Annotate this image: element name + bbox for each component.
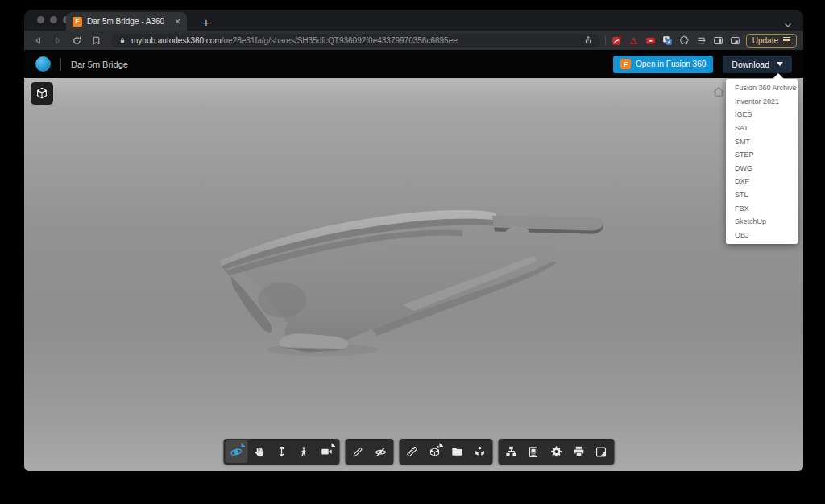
markup-pen-icon	[352, 446, 364, 458]
settings-tools-group	[498, 439, 614, 465]
walk-person-icon	[298, 446, 310, 458]
walk-button[interactable]	[292, 440, 315, 463]
extension-triangle-icon[interactable]	[628, 35, 640, 47]
home-view-button[interactable]	[711, 85, 726, 99]
explode-model-icon	[473, 445, 486, 458]
section-button[interactable]	[423, 440, 446, 463]
reload-icon[interactable]	[69, 33, 84, 48]
open-in-fusion-label: Open in Fusion 360	[636, 60, 706, 68]
zoom-arrows-icon	[275, 445, 288, 458]
tab-search-chevron-icon[interactable]	[784, 17, 792, 31]
cube-icon	[35, 86, 49, 101]
minimize-window-button[interactable]	[50, 16, 57, 23]
orbit-button[interactable]	[225, 440, 247, 463]
browser-window: F Dar 5m Bridge - A360 × +	[24, 10, 803, 471]
browser-tab[interactable]: F Dar 5m Bridge - A360 ×	[66, 12, 187, 31]
folder-button[interactable]	[446, 440, 468, 463]
fusion-favicon-icon: F	[73, 17, 82, 27]
chrome-update-menu-button[interactable]: Update	[746, 34, 797, 48]
close-window-button[interactable]	[37, 16, 44, 23]
menu-item-obj[interactable]: OBJ	[726, 229, 798, 242]
inspect-tools-group	[399, 439, 492, 465]
menu-item-iges[interactable]: IGES	[726, 108, 798, 122]
camera-icon	[320, 445, 333, 458]
folder-icon	[450, 445, 463, 458]
markup-button[interactable]	[346, 440, 369, 463]
eye-slash-icon	[374, 445, 387, 458]
menu-icon	[783, 37, 790, 43]
section-analysis-icon	[428, 445, 441, 458]
menu-item-fusion-archive[interactable]: Fusion 360 Archive	[726, 81, 798, 95]
viewer-toolbar	[223, 439, 614, 465]
a360-logo-icon[interactable]	[35, 56, 51, 72]
camera-dropdown-indicator	[331, 443, 335, 447]
tab-strip: F Dar 5m Bridge - A360 × +	[24, 10, 803, 31]
menu-item-sat[interactable]: SAT	[726, 122, 798, 135]
menu-item-dxf[interactable]: DXF	[726, 175, 798, 188]
measure-ruler-icon	[405, 445, 418, 458]
properties-button[interactable]	[522, 440, 545, 463]
viewer-viewport[interactable]: Fusion 360 Archive Inventor 2021 IGES SA…	[24, 78, 803, 471]
download-menu: Fusion 360 Archive Inventor 2021 IGES SA…	[726, 79, 798, 244]
toolbar-separator	[605, 35, 606, 45]
zoom-button[interactable]	[270, 440, 292, 463]
model-browser-button[interactable]	[500, 440, 522, 463]
open-in-fusion-button[interactable]: F Open in Fusion 360	[613, 56, 713, 73]
menu-item-fbx[interactable]: FBX	[726, 201, 798, 215]
traffic-lights[interactable]	[37, 16, 70, 23]
download-label: Download	[732, 60, 769, 69]
share-icon[interactable]	[583, 35, 593, 45]
view-cube-button[interactable]	[31, 82, 53, 105]
fullscreen-button[interactable]	[590, 440, 612, 463]
document-title: Dar 5m Bridge	[71, 60, 128, 69]
menu-caret	[773, 73, 784, 79]
fusion-360-icon: F	[620, 59, 631, 69]
update-label: Update	[752, 36, 778, 45]
header-divider	[60, 58, 61, 71]
side-panel-icon[interactable]	[712, 35, 724, 47]
3d-model-bridge	[24, 78, 803, 471]
close-tab-icon[interactable]: ×	[175, 17, 180, 27]
orbit-dropdown-indicator	[241, 443, 245, 447]
picture-in-picture-icon[interactable]	[729, 35, 741, 47]
explode-button[interactable]	[468, 440, 491, 463]
back-icon[interactable]	[31, 33, 45, 48]
a360-header: Dar 5m Bridge F Open in Fusion 360 Downl…	[24, 50, 803, 78]
download-button[interactable]: Download	[723, 56, 792, 73]
lock-icon	[118, 36, 126, 45]
extension-video-icon[interactable]	[645, 35, 657, 47]
tab-title: Dar 5m Bridge - A360	[87, 17, 170, 26]
url-text: myhub.autodesk360.com/ue28e31fa/g/shares…	[131, 36, 458, 45]
new-tab-button[interactable]: +	[198, 14, 214, 30]
home-icon	[711, 85, 726, 99]
section-dropdown-indicator	[439, 443, 443, 447]
printer-icon	[572, 445, 585, 458]
navigation-tools-group	[223, 439, 339, 465]
menu-item-smt[interactable]: SMT	[726, 134, 798, 148]
hide-button[interactable]	[369, 440, 392, 463]
address-bar[interactable]: myhub.autodesk360.com/ue28e31fa/g/shares…	[111, 34, 600, 48]
extension-translate-icon[interactable]	[661, 35, 674, 47]
properties-panel-icon	[528, 446, 540, 458]
menu-item-dwg[interactable]: DWG	[726, 162, 798, 176]
markup-tools-group	[345, 439, 393, 465]
print-button[interactable]	[567, 440, 590, 463]
pan-button[interactable]	[247, 440, 270, 463]
forward-icon[interactable]	[50, 33, 64, 48]
extensions-puzzle-icon[interactable]	[678, 35, 690, 47]
fullscreen-icon	[595, 446, 607, 458]
gear-icon	[549, 445, 562, 458]
desktop-background: F Dar 5m Bridge - A360 × +	[0, 0, 825, 504]
menu-item-step[interactable]: STEP	[726, 148, 798, 162]
camera-button[interactable]	[315, 440, 338, 463]
menu-item-stl[interactable]: STL	[726, 188, 798, 202]
bookmark-icon[interactable]	[89, 33, 103, 48]
extension-red-badge-icon[interactable]	[611, 35, 623, 47]
measure-button[interactable]	[400, 440, 423, 463]
orbit-icon	[230, 445, 243, 459]
menu-item-sketchup[interactable]: SketchUp	[726, 215, 798, 229]
menu-item-inventor[interactable]: Inventor 2021	[726, 95, 798, 109]
tab-groups-icon[interactable]	[695, 35, 707, 47]
browser-toolbar: myhub.autodesk360.com/ue28e31fa/g/shares…	[24, 31, 803, 50]
settings-button[interactable]	[545, 440, 567, 463]
